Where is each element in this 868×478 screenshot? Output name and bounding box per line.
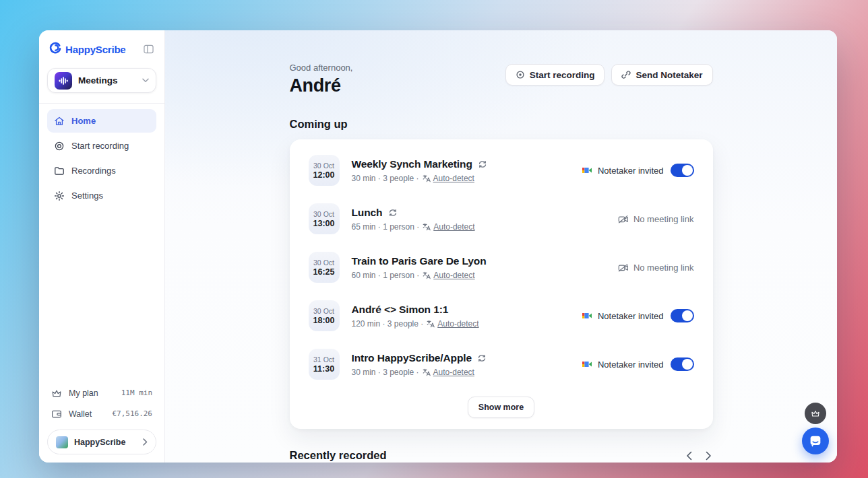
no-link-status: No meeting link bbox=[618, 263, 694, 273]
meeting-title: Lunch bbox=[352, 207, 383, 219]
home-icon bbox=[54, 116, 65, 127]
sidebar-nav: Home Start recording bbox=[47, 109, 156, 207]
date-badge: 30 Oct16:25 bbox=[309, 252, 340, 283]
notetaker-status: Notetaker invited bbox=[582, 357, 694, 371]
meetings-waveform-icon bbox=[55, 72, 72, 90]
auto-detect-link[interactable]: Auto-detect bbox=[423, 271, 474, 280]
wallet-label: Wallet bbox=[69, 409, 92, 419]
my-plan-row[interactable]: My plan 11M min bbox=[47, 382, 156, 403]
meeting-row[interactable]: 31 Oct11:30 Intro HappyScribe/Apple 30 m… bbox=[309, 340, 694, 388]
happyscribe-logo-icon bbox=[49, 41, 62, 57]
coming-up-card: 30 Oct12:00 Weekly Synch Marketing 30 mi… bbox=[290, 139, 713, 429]
carousel-next-icon[interactable] bbox=[704, 450, 713, 462]
plan-minutes-value: 11M min bbox=[121, 388, 152, 397]
gear-icon bbox=[54, 191, 65, 201]
crown-icon bbox=[51, 388, 62, 399]
recurring-icon bbox=[388, 209, 398, 217]
auto-detect-link[interactable]: Auto-detect bbox=[427, 319, 478, 329]
sidebar-item-label: Recordings bbox=[71, 166, 116, 176]
my-plan-label: My plan bbox=[69, 388, 98, 398]
notetaker-status: Notetaker invited bbox=[582, 309, 694, 322]
workspace-avatar bbox=[56, 436, 68, 448]
translate-icon bbox=[423, 368, 431, 376]
record-icon bbox=[54, 141, 65, 151]
notetaker-status: Notetaker invited bbox=[582, 164, 694, 177]
coming-up-title: Coming up bbox=[290, 118, 713, 131]
happyscribe-logo: HappyScribe bbox=[49, 41, 126, 57]
recurring-icon bbox=[477, 354, 487, 362]
meeting-meta: 60 min · 1 person · bbox=[352, 271, 420, 280]
workspace-switcher[interactable]: HappyScribe bbox=[47, 430, 156, 454]
chevron-right-icon bbox=[143, 438, 148, 446]
google-meet-icon bbox=[582, 165, 592, 176]
translate-icon bbox=[423, 223, 431, 231]
chat-bubble-icon bbox=[808, 434, 823, 448]
wallet-row[interactable]: Wallet €7,516.26 bbox=[47, 403, 156, 424]
wallet-balance-value: €7,516.26 bbox=[112, 409, 152, 418]
meeting-title: Weekly Synch Marketing bbox=[352, 158, 472, 170]
chat-widget-button[interactable] bbox=[802, 428, 829, 454]
date-badge: 30 Oct13:00 bbox=[309, 203, 340, 234]
date-badge: 30 Oct18:00 bbox=[309, 300, 340, 331]
meeting-meta: 30 min · 3 people · bbox=[352, 174, 419, 183]
sidebar-item-label: Start recording bbox=[71, 141, 129, 151]
carousel-prev-icon[interactable] bbox=[685, 450, 693, 462]
translate-icon bbox=[423, 271, 431, 279]
google-meet-icon bbox=[582, 310, 592, 321]
folder-icon bbox=[54, 166, 65, 176]
wallet-icon bbox=[51, 409, 62, 419]
video-off-icon bbox=[618, 214, 628, 224]
start-recording-button[interactable]: Start recording bbox=[505, 64, 605, 86]
notetaker-toggle[interactable] bbox=[671, 357, 694, 371]
crown-icon bbox=[811, 409, 820, 418]
app-window: HappyScribe bbox=[39, 30, 837, 463]
sidebar-item-home[interactable]: Home bbox=[47, 109, 156, 133]
date-badge: 30 Oct12:00 bbox=[309, 155, 340, 186]
show-more-button[interactable]: Show more bbox=[468, 397, 534, 418]
meeting-row[interactable]: 30 Oct13:00 Lunch 65 min · 1 person · bbox=[309, 195, 694, 243]
auto-detect-link[interactable]: Auto-detect bbox=[423, 222, 474, 232]
auto-detect-link[interactable]: Auto-detect bbox=[423, 174, 474, 183]
link-icon bbox=[621, 70, 631, 79]
sidebar-collapse-icon[interactable] bbox=[142, 43, 155, 55]
notetaker-toggle[interactable] bbox=[671, 309, 694, 322]
product-switcher-label: Meetings bbox=[78, 75, 136, 86]
date-badge: 31 Oct11:30 bbox=[309, 349, 340, 380]
meeting-row[interactable]: 30 Oct16:25 Train to Paris Gare De Lyon … bbox=[309, 243, 694, 292]
sidebar-item-start-recording[interactable]: Start recording bbox=[47, 134, 156, 158]
translate-icon bbox=[427, 320, 435, 328]
meeting-title: Intro HappyScribe/Apple bbox=[352, 352, 472, 364]
meeting-title: André <> Simon 1:1 bbox=[352, 304, 449, 316]
main-area: Good afternoon, André Start recording bbox=[165, 30, 837, 463]
desktop-background: HappyScribe bbox=[0, 0, 868, 478]
sidebar-divider bbox=[39, 103, 164, 104]
upgrade-crown-button[interactable] bbox=[805, 403, 826, 424]
video-off-icon bbox=[618, 263, 628, 273]
product-switcher[interactable]: Meetings bbox=[47, 68, 156, 93]
meeting-row[interactable]: 30 Oct12:00 Weekly Synch Marketing 30 mi… bbox=[309, 146, 694, 195]
sidebar-item-label: Settings bbox=[71, 191, 103, 201]
meeting-meta: 30 min · 3 people · bbox=[352, 368, 419, 377]
greeting-text: Good afternoon, bbox=[290, 63, 353, 73]
sidebar-item-settings[interactable]: Settings bbox=[47, 184, 156, 207]
sidebar-item-recordings[interactable]: Recordings bbox=[47, 159, 156, 182]
record-icon bbox=[516, 70, 525, 79]
meeting-title: Train to Paris Gare De Lyon bbox=[352, 255, 487, 267]
meeting-meta: 120 min · 3 people · bbox=[352, 319, 424, 329]
brand-name: HappyScribe bbox=[65, 44, 126, 55]
sidebar-item-label: Home bbox=[71, 116, 96, 126]
recurring-icon bbox=[478, 160, 487, 168]
no-link-status: No meeting link bbox=[618, 214, 694, 224]
meeting-meta: 65 min · 1 person · bbox=[352, 222, 420, 232]
send-notetaker-button[interactable]: Send Notetaker bbox=[611, 64, 712, 86]
meeting-row[interactable]: 30 Oct18:00 André <> Simon 1:1 120 min ·… bbox=[309, 292, 694, 340]
user-name: André bbox=[290, 75, 353, 96]
auto-detect-link[interactable]: Auto-detect bbox=[423, 368, 474, 377]
chevron-down-icon bbox=[142, 78, 149, 83]
recently-recorded-title: Recently recorded bbox=[290, 449, 387, 462]
google-meet-icon bbox=[582, 359, 592, 370]
notetaker-toggle[interactable] bbox=[671, 164, 694, 177]
translate-icon bbox=[423, 174, 431, 182]
sidebar: HappyScribe bbox=[39, 30, 165, 463]
workspace-label: HappyScribe bbox=[74, 438, 137, 447]
